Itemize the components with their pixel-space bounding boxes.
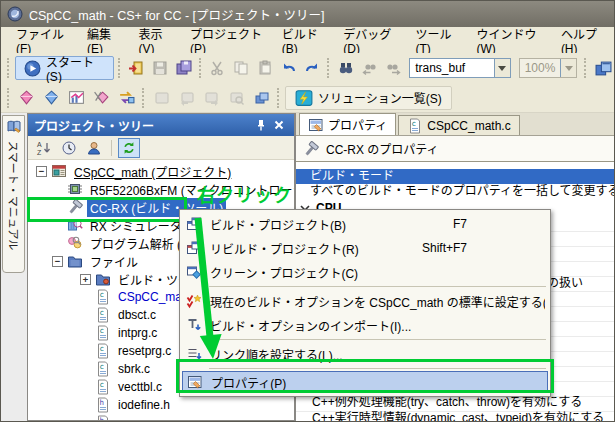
cut-button[interactable] [207,57,229,80]
step-over-window-button[interactable] [200,86,223,109]
main-toolbar: スタート(S) [1,53,614,83]
save-all-button[interactable] [173,57,195,80]
rebuild-icon [185,240,203,256]
start-button[interactable]: スタート(S) [15,56,114,80]
set-default-icon [185,293,203,309]
context-menu-item-clean-project[interactable]: クリーン・プロジェクト(C) [182,260,548,284]
properties-panel-tabs: プロパティcCSpCC_math.c [296,113,614,136]
context-menu-item-properties[interactable]: プロパティ(P) [182,371,548,393]
property-row-build-mode[interactable]: ビルド・モード [296,169,614,184]
toolbar-grip[interactable] [118,58,122,78]
link-order-icon [185,346,203,362]
solution-list-icon [295,89,313,107]
start-icon [24,60,41,77]
copy-button[interactable] [230,57,252,80]
menu-bar: ファイル(F)編集(E)表示(V)プロジェクト(P)ビルド(B)デバッグ(D)ツ… [1,27,614,53]
context-menu-item-set-default-build-options[interactable]: 現在のビルド・オプションを CSpCC_math の標準に設定する(S) [182,289,548,313]
toolbar-grip[interactable] [584,58,588,78]
clean-icon [185,264,203,280]
tree-item-label: ファイル [87,252,141,271]
context-menu-item-label: プロパティ(P) [211,374,544,391]
collapse-icon[interactable]: − [36,166,47,177]
context-menu-item-import-build-options[interactable]: ビルド・オプションのインポート(I)... [182,313,548,337]
clock-icon[interactable] [58,138,80,158]
svg-text:c: c [100,380,105,389]
svg-text:Z: Z [37,149,42,156]
close-icon[interactable] [270,117,288,133]
context-menu-item-label: リビルド・プロジェクト(R) [210,240,415,257]
svg-text:c: c [100,290,105,299]
collapse-icon[interactable]: − [52,256,63,267]
solution-list-button[interactable]: ソリューション一覧(S) [285,86,452,110]
svg-text:A: A [37,141,42,148]
tree-item-label: resetprg.c [115,343,174,359]
expand-icon[interactable]: + [80,274,91,285]
property-row-cpp-rtti[interactable]: C++実行時型情報(dynamic_cast、typeid)を有効にする [312,408,604,422]
zoom-combo-dropdown-icon [560,59,576,77]
context-menu-item-rebuild-project[interactable]: リビルド・プロジェクト(R)Shift+F7 [182,236,548,260]
search-combo[interactable]: trans_buf [409,58,511,78]
toolbar-separator [111,140,112,156]
toolbar-grip[interactable] [327,58,331,78]
zoom-combo[interactable]: 100% [519,58,578,78]
user-icon[interactable] [83,138,105,158]
menu-separator [209,339,546,340]
cut-gem-button[interactable] [90,86,113,109]
find-previous-button[interactable] [359,57,381,80]
tree-item-file-iodefine-h[interactable]: hiodefine.h [28,396,294,414]
side-strip: スマート・マニュアル [1,113,27,421]
redo-button[interactable] [301,57,323,80]
toolbar-grip[interactable] [7,58,11,78]
tree-item-label: dbsct.c [115,307,159,323]
property-row-build-mode-desc: すべてのビルド・モードのプロパティを一括して変更する [296,184,614,199]
zoom-combo-value: 100% [520,59,561,77]
tab-label: プロパティ [328,116,387,133]
pin-icon[interactable] [252,117,270,133]
trace-chart-button[interactable] [65,86,88,109]
solution-list-label: ソリューション一覧(S) [318,89,442,106]
find-button[interactable] [335,57,357,80]
solution-window-button[interactable] [592,57,614,80]
cascade-windows-button[interactable] [250,86,273,109]
inspect-window-button[interactable] [225,86,248,109]
open-project-button[interactable] [126,57,148,80]
search-combo-dropdown-icon[interactable] [494,59,510,77]
folder-build-icon [95,271,111,287]
tree-item-project-root[interactable]: −CSpCC_math (プロジェクト) [28,162,294,180]
tree-item-microcontroller[interactable]: R5F52206BxFM (マイクロコントローラ) [28,180,294,198]
swap-gem-button[interactable] [115,86,138,109]
tree-item-file-clipped[interactable]: h [28,414,294,420]
undo-button[interactable] [278,57,300,80]
sort-icon[interactable]: AZ [33,138,55,158]
watch-window-button[interactable] [150,86,173,109]
tree-item-label: R5F52206BxFM (マイクロコントローラ) [87,180,294,199]
simulator-icon [67,217,83,233]
app-window: CSpCC_math - CS+ for CC - [プロジェクト・ツリー] フ… [0,0,615,422]
property-icon [186,374,204,390]
tab-properties[interactable]: プロパティ [299,113,396,135]
tree-item-label: vecttbl.c [115,379,165,395]
smart-manual-tab[interactable]: スマート・マニュアル [2,115,25,273]
toolbar-grip[interactable] [277,88,281,108]
paste-button[interactable] [254,57,276,80]
save-button[interactable] [149,57,171,80]
context-menu-item-set-link-order[interactable]: リンク順を設定する(L)... [182,342,548,366]
refresh-icon[interactable] [118,138,140,158]
c-file-icon: c [95,361,111,377]
project-tree-toolbar: AZ [28,136,294,160]
manual-book-icon [6,119,22,135]
download-gem-button[interactable] [15,86,38,109]
tab-source-file[interactable]: cCSpCC_math.c [398,115,519,135]
context-menu-item-build-project[interactable]: ビルド・プロジェクト(B)F7 [182,212,548,236]
context-menu: ビルド・プロジェクト(B)F7リビルド・プロジェクト(R)Shift+F7クリー… [179,209,551,397]
context-menu-item-label: 現在のビルド・オプションを CSpCC_math の標準に設定する(S) [210,293,545,310]
svg-text:c: c [100,362,105,371]
step-back-window-button[interactable] [175,86,198,109]
toolbar-grip[interactable] [7,88,11,108]
toolbar-grip[interactable] [199,58,203,78]
c-file-icon: c [95,379,111,395]
toolbar-grip[interactable] [142,88,146,108]
c-file-icon: c [95,343,111,359]
find-next-button[interactable] [382,57,404,80]
connect-gem-button[interactable] [40,86,63,109]
